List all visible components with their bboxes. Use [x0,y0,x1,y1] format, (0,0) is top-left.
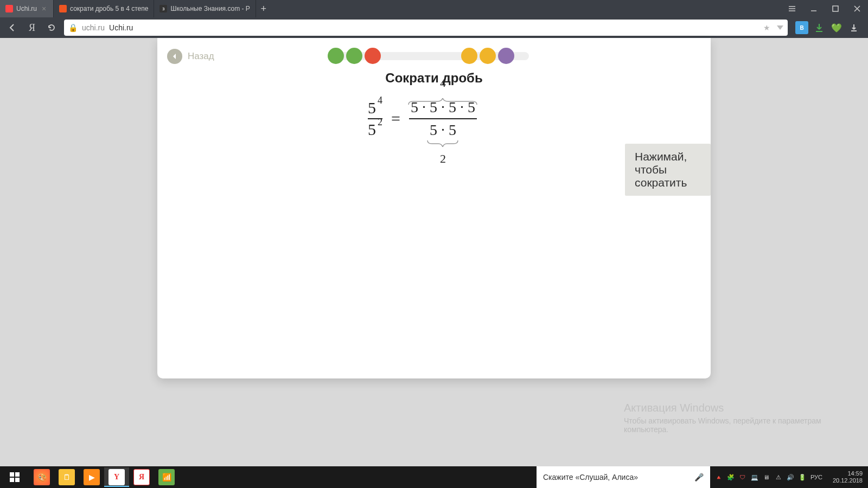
download-icon[interactable] [813,21,826,34]
taskbar-app[interactable]: ▶ [79,467,104,487]
svg-rect-0 [833,6,838,11]
bookmark-icon[interactable]: ★ [763,23,770,32]
fraction-bar [409,118,477,119]
maximize-icon[interactable] [825,0,846,17]
tray-icon[interactable]: 💻 [749,472,760,483]
battery-icon[interactable]: 🔋 [797,472,808,483]
progress-dots-left [328,48,381,64]
watermark-title: Активация Windows [624,402,852,414]
favicon-icon [5,5,13,12]
favicon-icon: з [159,5,167,12]
svg-rect-2 [15,472,20,477]
back-button[interactable]: Назад [167,49,214,64]
back-icon[interactable] [5,21,20,35]
exponent: 2 [378,117,382,127]
base: 5 [368,121,376,138]
power-numerator: 5 4 [368,100,382,116]
lesson-card: Назад Сократи дробь 5 4 5 [157,38,711,378]
fraction-left: 5 4 5 2 [368,100,382,138]
taskbar-app[interactable]: Я [129,467,154,487]
tray-icon[interactable]: 🖥 [761,472,772,483]
chevron-left-icon [167,49,182,64]
wifi-app-icon: 📶 [158,469,175,485]
network-icon[interactable]: ⚠ [773,472,784,483]
equals-sign: = [391,110,400,128]
windows-activation-watermark: Активация Windows Чтобы активировать Win… [624,402,852,434]
language-indicator[interactable]: РУС [809,472,824,483]
hint-tooltip[interactable]: Нажимай, чтобы сократить [625,144,711,196]
taskbar-app[interactable]: 📶 [154,467,179,487]
url-title: Uchi.ru [109,23,133,32]
new-tab-button[interactable]: + [256,1,271,16]
tab-title: сократи дробь 5 в 4 степе [70,5,148,12]
reload-icon[interactable] [44,21,59,35]
dropdown-icon[interactable] [777,25,783,30]
alisa-search-bar[interactable]: Скажите «Слушай, Алиса» 🎤 [537,466,710,488]
volume-icon[interactable]: 🔊 [785,472,796,483]
power-denominator: 5 2 [368,121,382,138]
base: 5 [368,100,376,116]
watermark-sub: Чтобы активировать Windows, перейдите к … [624,416,852,434]
hamburger-icon[interactable] [781,0,803,17]
tab-title: Uchi.ru [16,5,37,12]
exponent: 4 [378,95,382,105]
brace-count-bottom: 2 [426,152,459,166]
windows-taskbar: 🎨 🗒 ▶ Y Я 📶 Скажите «Слушай, Алиса» 🎤 🔺 … [0,466,868,488]
fraction-expanded[interactable]: 4 5 · 5 · 5 · 5 5 · 5 2 [409,99,477,139]
taskbar-app[interactable]: Y [104,467,129,487]
svg-rect-4 [15,478,20,482]
yandex-icon: Я [133,469,150,485]
tray-icon[interactable]: 🛡 [737,472,748,483]
yandex-home-icon[interactable]: Я [25,21,39,35]
extension-icon[interactable]: 💚 [830,21,843,34]
dot-icon [461,48,477,64]
taskbar-clock[interactable]: 14:59 20.12.2018 [827,470,868,484]
dot-icon [365,48,381,64]
url-domain: uchi.ru [82,23,105,32]
brace-count-top: 4 [407,76,478,90]
math-expression: 5 4 5 2 = 4 5 · 5 · 5 · 5 5 · 5 [362,99,482,139]
microphone-icon[interactable]: 🎤 [694,473,704,481]
svg-rect-3 [10,478,14,482]
clock-time: 14:59 [847,470,863,477]
dot-icon [346,48,362,64]
yandex-browser-icon: Y [108,469,125,485]
favicon-icon [59,5,67,12]
back-label: Назад [188,51,214,62]
dot-icon [498,48,514,64]
paint-icon: 🎨 [34,469,50,485]
tray-icon[interactable]: 🔺 [713,472,724,483]
dot-icon [328,48,344,64]
brace-top: 4 [407,76,478,110]
notes-icon: 🗒 [59,469,75,485]
downloads-icon[interactable] [847,21,860,34]
media-icon: ▶ [84,469,100,485]
system-tray: 🔺 🧩 🛡 💻 🖥 ⚠ 🔊 🔋 РУС [710,472,827,483]
taskbar-app[interactable]: 🗒 [54,467,79,487]
page-content: Назад Сократи дробь 5 4 5 [0,38,868,466]
tray-icon[interactable]: 🧩 [725,472,736,483]
url-bar[interactable]: 🔒 uchi.ru Uchi.ru ★ [64,20,788,36]
taskbar-app[interactable]: 🎨 [29,467,54,487]
start-button[interactable] [0,466,29,488]
brace-bottom: 2 [426,132,459,166]
browser-tab[interactable]: Uchi.ru × [0,0,54,17]
browser-nav-bar: Я 🔒 uchi.ru Uchi.ru ★ B 💚 [0,17,868,38]
tab-title: Школьные Знания.com - Р [170,5,250,12]
alisa-placeholder: Скажите «Слушай, Алиса» [543,473,638,481]
dot-icon [480,48,496,64]
close-window-icon[interactable] [846,0,868,17]
svg-rect-1 [10,472,14,477]
progress-dots-right [461,48,514,64]
clock-date: 20.12.2018 [833,477,863,484]
vk-icon[interactable]: B [795,21,808,34]
browser-tab[interactable]: сократи дробь 5 в 4 степе [54,0,154,17]
lock-icon: 🔒 [68,23,78,32]
close-icon[interactable]: × [40,5,48,12]
browser-tab[interactable]: з Школьные Знания.com - Р [154,0,256,17]
minimize-icon[interactable] [803,0,825,17]
browser-tab-bar: Uchi.ru × сократи дробь 5 в 4 степе з Шк… [0,0,868,17]
